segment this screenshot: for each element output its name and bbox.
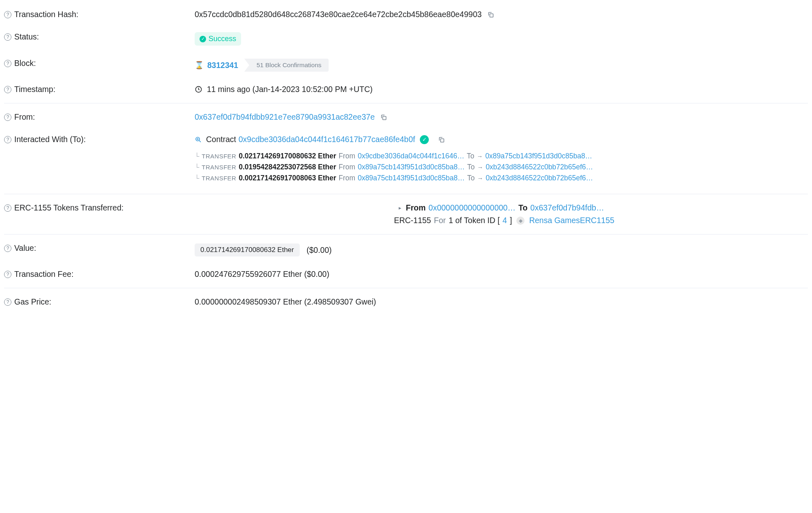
erc-prefix: ERC-1155 (394, 216, 431, 225)
status-text: Success (208, 35, 236, 43)
transfer-to-link[interactable]: 0xb243d8846522c0bb72b65ef6… (486, 174, 593, 182)
help-icon[interactable]: ? (4, 204, 11, 212)
transfer-row: └TRANSFER 0.019542842253072568 Ether Fro… (195, 163, 808, 171)
transfer-from-word: From (339, 152, 356, 160)
erc-qty: 1 of Token ID [ (449, 216, 500, 225)
label-to: Interacted With (To): (14, 135, 86, 144)
svg-rect-4 (441, 138, 444, 142)
transfer-to-link[interactable]: 0xb243d8846522c0bb72b65ef6… (486, 163, 593, 171)
transfer-to-word: To (467, 163, 474, 171)
erc-from-link[interactable]: 0x0000000000000000… (428, 203, 516, 213)
value-pill: 0.021714269170080632 Ether (195, 243, 300, 256)
erc-close: ] (510, 216, 512, 225)
copy-icon[interactable] (438, 136, 445, 143)
transfer-label: TRANSFER (202, 164, 236, 171)
hourglass-icon: ⌛ (195, 61, 204, 70)
row-erc1155: ? ERC-1155 Tokens Transferred: ▸ From 0x… (4, 197, 808, 232)
svg-rect-0 (490, 13, 493, 17)
status-badge: ✓ Success (195, 32, 241, 46)
transfer-from-word: From (339, 163, 356, 171)
erc-for: For (434, 216, 446, 225)
erc-to-label: To (518, 203, 527, 213)
search-icon[interactable] (195, 136, 202, 143)
to-address-link[interactable]: 0x9cdbe3036da04c044f1c164617b77cae86fe4b… (239, 135, 415, 144)
svg-rect-2 (383, 116, 386, 119)
txfee-value: 0.000247629755926077 Ether ($0.00) (195, 270, 329, 279)
block-confirmations: 51 Block Confirmations (244, 59, 329, 72)
divider (4, 234, 808, 235)
transfer-row: └TRANSFER 0.002171426917008063 Ether Fro… (195, 174, 808, 182)
erc-from-label: From (406, 203, 426, 213)
help-icon[interactable]: ? (4, 33, 11, 41)
transfer-label: TRANSFER (202, 153, 236, 160)
to-prefix: Contract (206, 135, 236, 144)
transfer-label: TRANSFER (202, 175, 236, 182)
transfer-amount: 0.021714269170080632 Ether (239, 152, 336, 160)
help-icon[interactable]: ? (4, 245, 11, 252)
from-address-link[interactable]: 0x637ef0d7b94fdbb921e7ee8790a9931ac82ee3… (195, 112, 375, 122)
transfer-to-word: To (467, 174, 474, 182)
label-block: Block: (14, 59, 36, 68)
help-icon[interactable]: ? (4, 271, 11, 278)
label-txhash: Transaction Hash: (14, 10, 79, 19)
block-number-link[interactable]: 8312341 (207, 61, 238, 70)
row-timestamp: ? Timestamp: 11 mins ago (Jan-14-2023 10… (4, 78, 808, 101)
arrow-right-icon: → (477, 153, 483, 160)
clock-icon (195, 86, 202, 93)
transfer-from-link[interactable]: 0x89a75cb143f951d3d0c85ba8… (358, 163, 465, 171)
transfer-list: └TRANSFER 0.021714269170080632 Ether Fro… (195, 149, 808, 185)
help-icon[interactable]: ? (4, 86, 11, 93)
row-from: ? From: 0x637ef0d7b94fdbb921e7ee8790a993… (4, 106, 808, 128)
verified-icon: ✓ (420, 135, 429, 144)
erc-token-id-link[interactable]: 4 (503, 216, 507, 225)
gasprice-value: 0.000000002498509307 Ether (2.498509307 … (195, 297, 376, 307)
copy-icon[interactable] (487, 11, 494, 18)
help-icon[interactable]: ? (4, 11, 11, 18)
corner-icon: └ (195, 175, 199, 182)
label-gasprice: Gas Price: (14, 297, 51, 307)
help-icon[interactable]: ? (4, 136, 11, 143)
label-status: Status: (14, 32, 39, 42)
row-txfee: ? Transaction Fee: 0.000247629755926077 … (4, 263, 808, 285)
row-to: ? Interacted With (To): Contract 0x9cdbe… (4, 128, 808, 191)
transfer-to-word: To (467, 152, 474, 160)
transfer-to-link[interactable]: 0x89a75cb143f951d3d0c85ba8… (485, 152, 593, 160)
transfer-from-word: From (339, 174, 356, 182)
erc-token-name-link[interactable]: Rensa GamesERC1155 (529, 216, 614, 225)
label-from: From: (14, 112, 35, 122)
divider (4, 194, 808, 194)
row-status: ? Status: ✓ Success (4, 26, 808, 52)
label-value: Value: (14, 243, 36, 253)
arrow-right-icon: → (477, 175, 483, 182)
caret-right-icon[interactable]: ▸ (399, 205, 402, 211)
row-value: ? Value: 0.021714269170080632 Ether ($0.… (4, 237, 808, 263)
help-icon[interactable]: ? (4, 298, 11, 306)
arrow-right-icon: → (477, 164, 483, 171)
erc-to-link[interactable]: 0x637ef0d7b94fdb… (530, 203, 604, 213)
help-icon[interactable]: ? (4, 114, 11, 121)
transfer-amount: 0.002171426917008063 Ether (239, 174, 336, 182)
copy-icon[interactable] (380, 114, 387, 121)
token-icon: ◆ (516, 217, 525, 225)
divider (4, 288, 808, 288)
value-usd: ($0.00) (307, 246, 332, 255)
row-gasprice: ? Gas Price: 0.000000002498509307 Ether … (4, 291, 808, 313)
label-erc1155: ERC-1155 Tokens Transferred: (14, 203, 123, 213)
help-icon[interactable]: ? (4, 60, 11, 67)
txhash-value: 0x57ccdc0db81d5280d648cc268743e80cae2ce6… (195, 10, 482, 19)
check-icon: ✓ (200, 36, 206, 42)
row-txhash: ? Transaction Hash: 0x57ccdc0db81d5280d6… (4, 3, 808, 26)
corner-icon: └ (195, 153, 199, 160)
label-txfee: Transaction Fee: (14, 270, 74, 279)
transfer-from-link[interactable]: 0x89a75cb143f951d3d0c85ba8… (358, 174, 465, 182)
timestamp-value: 11 mins ago (Jan-14-2023 10:52:00 PM +UT… (207, 85, 373, 94)
transfer-row: └TRANSFER 0.021714269170080632 Ether Fro… (195, 152, 808, 160)
label-timestamp: Timestamp: (14, 85, 55, 94)
transfer-amount: 0.019542842253072568 Ether (239, 163, 336, 171)
transfer-from-link[interactable]: 0x9cdbe3036da04c044f1c1646… (358, 152, 464, 160)
corner-icon: └ (195, 164, 199, 171)
row-block: ? Block: ⌛ 8312341 51 Block Confirmation… (4, 52, 808, 78)
divider (4, 103, 808, 103)
